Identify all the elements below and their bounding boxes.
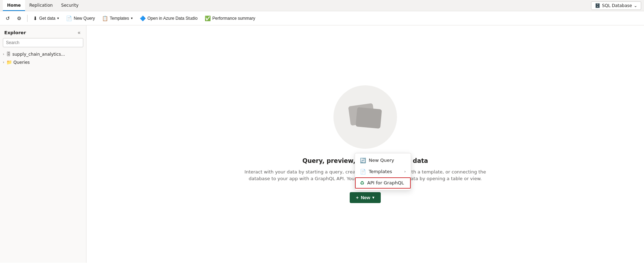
dropdown-new-query[interactable]: 🔄 New Query: [355, 155, 411, 166]
db-tree-icon: 🗄: [6, 51, 11, 57]
templates-chevron: ▾: [131, 16, 133, 20]
templates-dropdown-icon: 📄: [360, 169, 366, 175]
queries-chevron: ›: [3, 60, 4, 64]
templates-button[interactable]: 📋 Templates ▾: [99, 13, 136, 23]
dropdown-templates[interactable]: 📄 Templates ›: [355, 166, 411, 177]
new-plus-icon: +: [356, 195, 359, 200]
new-query-dropdown-icon: 🔄: [360, 158, 366, 163]
new-dropdown-menu: 🔄 New Query 📄 Templates › ♻ API for Grap…: [355, 153, 411, 190]
dropdown-api-graphql[interactable]: ♻ API for GraphQL: [355, 177, 411, 189]
explorer-title: Explorer: [4, 30, 26, 35]
tree-view: › 🗄 supply_chain_analytics... › 📁 Querie…: [0, 50, 86, 66]
new-chevron-icon: ▾: [372, 195, 374, 200]
open-azure-button[interactable]: 🔷 Open in Azure Data Studio: [137, 13, 200, 23]
db-icon: 🗄️: [595, 3, 600, 8]
refresh-button[interactable]: ↺: [3, 13, 13, 23]
new-query-button[interactable]: 📄 New Query: [63, 13, 98, 23]
collapse-sidebar-button[interactable]: «: [76, 29, 82, 36]
toolbar: ↺ ⚙ ⬇ Get data ▾ 📄 New Query 📋 Templates…: [0, 11, 644, 25]
new-query-icon: 📄: [66, 16, 72, 21]
new-label: New: [361, 195, 370, 200]
refresh-icon: ↺: [6, 16, 10, 21]
dropdown-templates-label: Templates: [369, 169, 392, 174]
new-button[interactable]: + New ▾: [350, 192, 381, 203]
main-layout: Explorer « › 🗄 supply_chain_analytics...…: [0, 25, 644, 263]
db-chevron: ›: [3, 52, 4, 56]
settings-button[interactable]: ⚙: [14, 13, 24, 23]
performance-label: Performance summary: [212, 16, 255, 21]
db-selector[interactable]: 🗄️ SQL Database ⌄: [591, 1, 641, 10]
db-selector-label: SQL Database: [602, 3, 632, 8]
search-input[interactable]: [3, 38, 83, 47]
tab-replication[interactable]: Replication: [25, 0, 57, 11]
sidebar-header-actions: «: [76, 29, 82, 36]
top-nav-right: 🗄️ SQL Database ⌄: [591, 1, 641, 10]
performance-icon: ✅: [205, 16, 211, 21]
dropdown-api-graphql-label: API for GraphQL: [367, 180, 404, 185]
get-data-button[interactable]: ⬇ Get data ▾: [30, 13, 62, 23]
card-icon-front: [356, 107, 382, 129]
tab-security[interactable]: Security: [57, 0, 83, 11]
toolbar-separator-1: [27, 15, 28, 22]
templates-submenu-chevron: ›: [404, 169, 406, 174]
templates-label: Templates: [110, 16, 129, 21]
get-data-chevron: ▾: [57, 16, 59, 20]
open-azure-label: Open in Azure Data Studio: [148, 16, 198, 21]
templates-icon: 📋: [102, 16, 108, 21]
sidebar: Explorer « › 🗄 supply_chain_analytics...…: [0, 25, 86, 263]
top-nav: Home Replication Security 🗄️ SQL Databas…: [0, 0, 644, 11]
performance-summary-button[interactable]: ✅ Performance summary: [202, 13, 258, 23]
tree-item-db[interactable]: › 🗄 supply_chain_analytics...: [0, 50, 86, 58]
db-selector-chevron: ⌄: [634, 3, 637, 8]
sidebar-header: Explorer «: [0, 25, 86, 38]
empty-illustration: [333, 85, 397, 149]
get-data-icon: ⬇: [33, 16, 37, 21]
graphql-icon: ♻: [360, 180, 365, 186]
queries-label: Queries: [13, 60, 30, 65]
queries-tree-icon: 📁: [6, 60, 12, 65]
tree-item-queries[interactable]: › 📁 Queries: [0, 58, 86, 66]
get-data-label: Get data: [39, 16, 55, 21]
new-query-label: New Query: [74, 16, 95, 21]
collapse-icon: «: [78, 30, 80, 35]
db-label: supply_chain_analytics...: [12, 52, 65, 57]
azure-icon: 🔷: [140, 16, 146, 21]
tab-home[interactable]: Home: [3, 0, 25, 11]
main-content: Query, preview, or connect your data Int…: [86, 25, 644, 263]
dropdown-new-query-label: New Query: [369, 158, 394, 163]
gear-icon: ⚙: [17, 16, 22, 21]
